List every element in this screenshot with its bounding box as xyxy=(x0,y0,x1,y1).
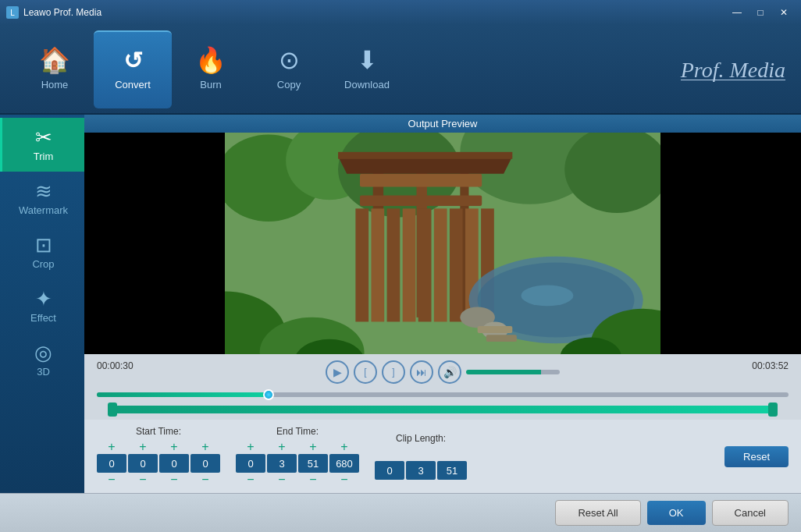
range-handle-right[interactable] xyxy=(768,403,778,417)
end-time-label: End Time: xyxy=(276,426,319,437)
maximize-button[interactable]: □ xyxy=(749,3,771,22)
end-m-input[interactable] xyxy=(267,454,297,473)
start-time-inputs: + − + − + − + xyxy=(97,440,220,487)
start-s-down[interactable]: − xyxy=(165,473,183,487)
toolbar-label-burn: Burn xyxy=(200,79,221,90)
volume-slider[interactable] xyxy=(466,370,560,374)
svg-rect-9 xyxy=(360,174,482,187)
start-ms-up[interactable]: + xyxy=(196,440,215,454)
clip-s-input[interactable] xyxy=(437,461,467,480)
sidebar-item-watermark[interactable]: ≋ Watermark xyxy=(0,172,84,225)
end-ms-col: + − xyxy=(329,440,359,487)
end-h-down[interactable]: − xyxy=(241,473,260,487)
video-preview xyxy=(84,133,801,354)
loop-out-button[interactable]: ] xyxy=(382,360,405,384)
title-bar-left: L Leawo Prof. Media xyxy=(6,6,101,19)
time-display: 00:00:30 ▶ [ ] ⏭ 🔊 00:03:52 xyxy=(97,360,789,384)
home-icon: 🏠 xyxy=(39,48,70,73)
sidebar-item-3d[interactable]: ◎ 3D xyxy=(0,333,84,387)
trim-icon: ✂ xyxy=(35,127,52,147)
sidebar-item-effect[interactable]: ✦ Effect xyxy=(0,279,84,333)
clip-length-label: Clip Length: xyxy=(396,433,446,444)
cancel-button[interactable]: Cancel xyxy=(712,500,789,526)
ok-button[interactable]: OK xyxy=(647,501,706,525)
svg-rect-17 xyxy=(418,208,432,321)
timeline-background xyxy=(97,392,789,397)
svg-rect-12 xyxy=(338,152,512,159)
title-bar-controls: — □ ✕ xyxy=(726,3,795,22)
app-icon: L xyxy=(6,6,19,19)
toolbar-item-convert[interactable]: ↺ Convert xyxy=(94,30,172,108)
start-h-up[interactable]: + xyxy=(102,440,121,454)
toolbar-item-home[interactable]: 🏠 Home xyxy=(16,30,94,108)
start-h-input[interactable] xyxy=(97,454,126,473)
skip-button[interactable]: ⏭ xyxy=(410,360,433,384)
toolbar: 🏠 Home ↺ Convert 🔥 Burn ⊙ Copy ⬇ Downloa… xyxy=(0,25,801,115)
start-time-label: Start Time: xyxy=(136,426,181,437)
start-s-col: + − xyxy=(159,440,189,487)
end-s-up[interactable]: + xyxy=(304,440,322,454)
end-m-down[interactable]: − xyxy=(272,473,291,487)
end-h-up[interactable]: + xyxy=(241,440,260,454)
minimize-button[interactable]: — xyxy=(726,3,748,22)
toolbar-item-burn[interactable]: 🔥 Burn xyxy=(172,30,250,108)
video-inner xyxy=(84,133,801,354)
video-black-right xyxy=(660,133,801,354)
end-m-col: + − xyxy=(267,440,297,487)
clip-s-col xyxy=(437,447,467,480)
start-h-down[interactable]: − xyxy=(102,473,121,487)
start-ms-col: + − xyxy=(190,440,220,487)
controls-area: Start Time: + − + − + − xyxy=(84,420,801,493)
end-s-down[interactable]: − xyxy=(304,473,322,487)
toolbar-label-home: Home xyxy=(41,79,69,90)
svg-rect-32 xyxy=(478,326,513,333)
video-black-left xyxy=(84,133,225,354)
reset-all-button[interactable]: Reset All xyxy=(555,500,640,526)
start-m-down[interactable]: − xyxy=(134,473,152,487)
end-time-group: End Time: + − + − + − xyxy=(236,426,359,487)
timeline-progress xyxy=(97,392,270,397)
timeline-handle[interactable] xyxy=(263,389,274,400)
play-button[interactable]: ▶ xyxy=(326,360,349,384)
watermark-icon: ≋ xyxy=(35,181,52,201)
end-ms-up[interactable]: + xyxy=(335,440,354,454)
start-s-input[interactable] xyxy=(159,454,189,473)
sidebar-item-trim[interactable]: ✂ Trim xyxy=(0,118,84,172)
clip-h-input[interactable] xyxy=(375,461,404,480)
start-ms-input[interactable] xyxy=(190,454,220,473)
sidebar-label-3d: 3D xyxy=(37,366,50,378)
crop-icon: ⊡ xyxy=(35,235,52,255)
svg-rect-14 xyxy=(371,208,384,321)
video-frame xyxy=(225,133,660,354)
toolbar-item-download[interactable]: ⬇ Download xyxy=(328,30,406,108)
range-handle-left[interactable] xyxy=(108,403,117,417)
svg-rect-33 xyxy=(486,335,517,342)
end-s-input[interactable] xyxy=(298,454,328,473)
loop-in-button[interactable]: [ xyxy=(354,360,377,384)
start-s-up[interactable]: + xyxy=(165,440,183,454)
sidebar: ✂ Trim ≋ Watermark ⊡ Crop ✦ Effect ◎ 3D xyxy=(0,115,84,493)
timeline-range-bar[interactable] xyxy=(112,406,773,413)
end-m-up[interactable]: + xyxy=(272,440,291,454)
start-m-up[interactable]: + xyxy=(134,440,152,454)
clip-m-input[interactable] xyxy=(406,461,436,480)
start-ms-down[interactable]: − xyxy=(196,473,215,487)
bottom-bar: Reset All OK Cancel xyxy=(0,493,801,532)
close-button[interactable]: ✕ xyxy=(773,3,795,22)
clip-m-col xyxy=(406,447,436,480)
end-ms-down[interactable]: − xyxy=(335,473,354,487)
content-area: Output Preview xyxy=(84,115,801,493)
end-ms-input[interactable] xyxy=(329,454,359,473)
main-area: ✂ Trim ≋ Watermark ⊡ Crop ✦ Effect ◎ 3D … xyxy=(0,115,801,493)
timeline-track[interactable] xyxy=(97,387,789,403)
volume-button[interactable]: 🔊 xyxy=(438,360,461,384)
brand-logo: Prof. Media xyxy=(681,58,785,80)
svg-rect-16 xyxy=(403,208,416,321)
svg-rect-19 xyxy=(450,208,463,321)
end-h-input[interactable] xyxy=(236,454,265,473)
reset-button[interactable]: Reset xyxy=(724,446,789,467)
sidebar-item-crop[interactable]: ⊡ Crop xyxy=(0,225,84,279)
toolbar-item-copy[interactable]: ⊙ Copy xyxy=(250,30,328,108)
start-time-group: Start Time: + − + − + − xyxy=(97,426,220,487)
start-m-input[interactable] xyxy=(128,454,158,473)
